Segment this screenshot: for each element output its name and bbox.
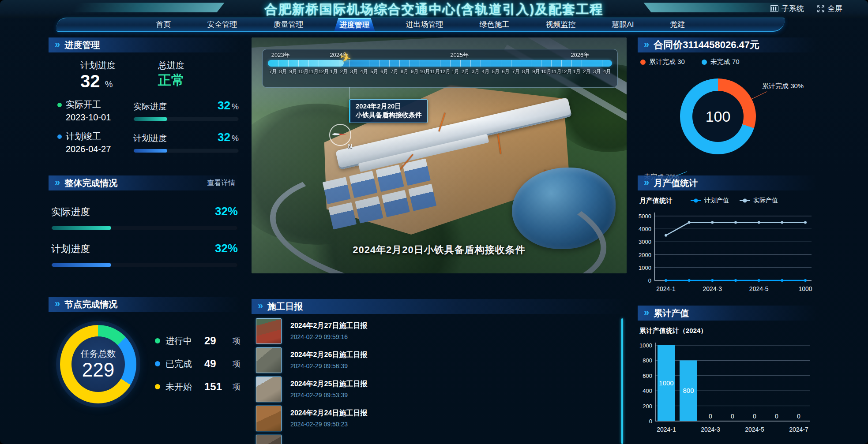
report-title: 2024年2月25日施工日报 [290, 380, 367, 389]
report-title: 2024年2月24日施工日报 [290, 409, 367, 418]
view-details-link[interactable]: 查看详情 [207, 179, 235, 188]
monthly-line-chart: 0100020003000400050002024-12024-32024-51… [634, 208, 817, 298]
fullscreen-icon [817, 5, 824, 12]
nav-tab[interactable]: 进出场管理 [400, 19, 448, 30]
svg-text:0: 0 [797, 413, 800, 420]
nav-tab[interactable]: 质量管理 [268, 19, 308, 30]
timeline-month-label: 4月 [359, 68, 369, 75]
nav-tab[interactable]: 首页 [150, 19, 176, 30]
report-title: 2024年2月26日施工日报 [290, 351, 367, 360]
report-thumbnail [256, 377, 282, 402]
milestone-tooltip: 2024年2月20日 小铁具备盾构接收条件 [349, 99, 428, 123]
left-column: » 进度管理 计划进度 32 % 总进度 正常 [49, 37, 240, 154]
nav-tab[interactable]: 视频监控 [540, 19, 581, 30]
nav-tabs: 首页安全管理质量管理进度管理进出场管理绿色施工视频监控慧眼AI党建 [56, 18, 785, 31]
svg-text:800: 800 [683, 387, 694, 394]
site-3d-render: 2023年2024年2025年2026年 ✈ 7月8月9月10月11月12月1月… [252, 37, 627, 273]
tooltip-text: 小铁具备盾构接收条件 [356, 111, 422, 119]
cumulative-subheader: 累计产值统计（2024） [639, 327, 816, 336]
overall-actual-row: 实际进度 32% [49, 205, 240, 230]
svg-text:200: 200 [643, 403, 652, 410]
legend-item: 未完成 70 [702, 58, 740, 66]
chart-subtitle: 月产值统计 [639, 197, 673, 205]
plan-progress-row-value: 32% [218, 131, 239, 144]
node-legend: 进行中 29 项 已完成 49 项 未开始 151 项 [155, 335, 240, 403]
overall-actual-bar [51, 226, 238, 230]
timeline-month-label: 5月 [491, 68, 501, 75]
plan-progress-value: 32 % [80, 71, 116, 91]
report-item[interactable]: 2024年2月27日施工日报2024-02-29 09:59:16 [256, 318, 615, 343]
chevron-icon: » [55, 299, 60, 309]
line-legend: 计划产值 实际产值 [691, 197, 778, 205]
report-list: 2024年2月27日施工日报2024-02-29 09:59:162024年2月… [252, 318, 627, 444]
dashboard: 合肥新桥国际机场综合交通中心(含轨道引入)及配套工程 子系统 全屏 首页安全管理… [0, 0, 868, 444]
svg-text:1000: 1000 [659, 379, 673, 387]
nav-tab[interactable]: 慧眼AI [606, 19, 639, 30]
monthly-panel-header: » 月产值统计 [638, 175, 817, 190]
scrollbar[interactable] [621, 318, 623, 444]
report-item[interactable]: 2024年2月26日施工日报2024-02-29 09:56:39 [256, 347, 615, 373]
cumulative-panel: » 累计产值 累计产值统计（2024） 02004006008001000100… [638, 306, 817, 440]
timeline-month-label: 7月 [268, 68, 278, 75]
fullscreen-label: 全屏 [827, 4, 842, 14]
timeline-month-label: 4月 [481, 68, 491, 75]
svg-text:400: 400 [643, 388, 652, 394]
timeline-month-label: 3月 [470, 68, 481, 75]
tooltip-date: 2024年2月20日 [356, 102, 422, 111]
timeline-track: ✈ [268, 60, 612, 67]
task-donut-chart: 任务总数 229 [60, 325, 136, 403]
node-panel-header: » 节点完成情况 [49, 297, 240, 312]
plan-finish-label: 计划竣工 [66, 131, 101, 142]
report-item[interactable]: 2024年2月24日施工日报2024-02-29 09:50:23 [256, 406, 615, 431]
timeline-month-label: 8月 [278, 68, 288, 75]
svg-text:2000: 2000 [639, 252, 651, 258]
compass-icon: N [329, 124, 351, 146]
svg-text:0: 0 [648, 277, 651, 284]
legend-dot-icon [155, 338, 160, 343]
svg-text:2024-7: 2024-7 [789, 426, 808, 433]
page-title: 合肥新桥国际机场综合交通中心(含轨道引入)及配套工程 [0, 1, 868, 19]
cumulative-bar-chart: 020040060080010001000800000002024-12024-… [634, 338, 817, 440]
panel-title: 进度管理 [64, 39, 100, 51]
timeline-month-label: 7月 [511, 68, 521, 75]
timeline-month-label: 4月 [602, 68, 612, 75]
timeline-month-label: 11月 [308, 68, 319, 75]
chevron-icon: » [55, 40, 60, 49]
timeline-month-label: 2月 [582, 68, 592, 75]
timeline-month-label: 5月 [369, 68, 380, 75]
donut-center-value: 100 [706, 108, 731, 125]
callout-label: 累计完成 30% [762, 82, 804, 90]
timeline-month-label: 12月 [561, 68, 571, 75]
svg-text:600: 600 [643, 373, 652, 379]
report-item[interactable]: 2024年2月25日施工日报2024-02-29 09:53:39 [256, 377, 615, 402]
legend-dot-icon [155, 384, 160, 389]
progress-panel: » 进度管理 计划进度 32 % 总进度 正常 [49, 37, 240, 154]
fullscreen-button[interactable]: 全屏 [817, 4, 842, 14]
total-progress-label: 总进度 [158, 60, 184, 71]
subsystem-button[interactable]: 子系统 [770, 4, 804, 14]
plan-progress-bar [133, 149, 239, 153]
svg-text:1000: 1000 [639, 265, 651, 271]
report-time: 2024-02-29 09:56:39 [290, 362, 367, 369]
actual-start-date: 2023-10-01 [66, 112, 133, 123]
panel-title: 节点完成情况 [64, 298, 117, 310]
svg-text:2024-1: 2024-1 [657, 426, 676, 433]
nav-tab[interactable]: 绿色施工 [474, 19, 515, 30]
timeline-month-label: 12月 [319, 68, 329, 75]
svg-text:2024-3: 2024-3 [703, 285, 722, 292]
nav-tab[interactable]: 党建 [665, 19, 691, 30]
legend-item: 未开始 151 项 [155, 381, 240, 393]
contract-legend: 累计完成 30 未完成 70 [640, 58, 817, 66]
report-time: 2024-02-29 09:53:39 [290, 392, 367, 399]
report-thumbnail [256, 347, 282, 373]
nav-tab[interactable]: 进度管理 [334, 18, 375, 31]
nav-tab[interactable]: 安全管理 [202, 19, 242, 30]
header-actions: 子系统 全屏 [770, 4, 842, 14]
timeline-years: 2023年2024年2025年2026年 [268, 51, 612, 60]
timeline-month-label: 1月 [572, 68, 582, 75]
report-title: 2024年2月27日施工日报 [290, 321, 367, 331]
legend-item: 已完成 49 项 [155, 358, 240, 370]
timeline-month-label: 3月 [592, 68, 602, 75]
actual-progress-bar [133, 117, 239, 121]
report-item[interactable] [256, 435, 615, 444]
